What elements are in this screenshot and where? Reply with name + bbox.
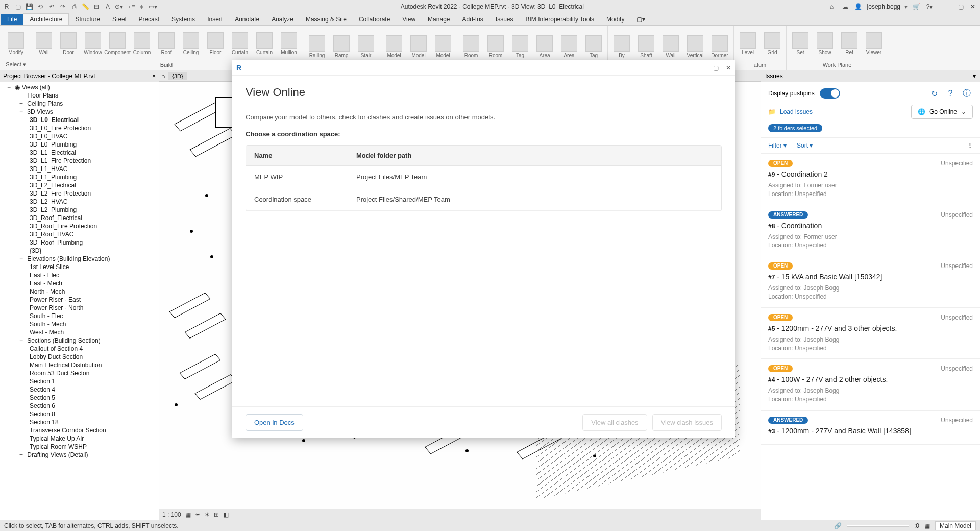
- status-field[interactable]: [847, 525, 909, 527]
- tool-grid[interactable]: Grid: [761, 32, 784, 55]
- cart-icon[interactable]: 🛒: [912, 2, 921, 11]
- tool-tag[interactable]: Tag: [508, 35, 532, 58]
- tool-wall[interactable]: Wall: [659, 35, 682, 58]
- tree-node[interactable]: Power Riser - East: [0, 296, 159, 304]
- coordination-row[interactable]: Coordination spaceProject Files/Shared/M…: [246, 188, 721, 211]
- coordination-row[interactable]: MEP WIPProject Files/MEP Team: [246, 166, 721, 188]
- tab-architecture[interactable]: Architecture: [23, 13, 69, 25]
- tree-node[interactable]: East - Elec: [0, 271, 159, 279]
- tree-node[interactable]: Section 6: [0, 402, 159, 410]
- tree-node[interactable]: East - Mech: [0, 279, 159, 287]
- help-icon[interactable]: ?▾: [925, 2, 934, 11]
- tree-node[interactable]: Transverse Corridor Section: [0, 426, 159, 435]
- tool-level[interactable]: Level: [736, 32, 760, 55]
- tree-node[interactable]: 3D_Roof_HVAC: [0, 230, 159, 238]
- tool-vertical[interactable]: Vertical: [683, 35, 707, 58]
- tab-precast[interactable]: Precast: [132, 14, 165, 25]
- text-icon[interactable]: A: [103, 2, 112, 11]
- issue-item[interactable]: OPENUnspecified#4 - 100W - 277V and 2 ot…: [761, 359, 980, 411]
- tree-node[interactable]: 3D_L0_Fire Protection: [0, 124, 159, 132]
- dialog-titlebar[interactable]: R — ▢ ✕: [232, 60, 735, 76]
- panel-menu-icon[interactable]: ▾: [973, 73, 976, 80]
- tab-modify[interactable]: Modify: [600, 14, 630, 25]
- view-tool-icon[interactable]: ⊞: [214, 511, 219, 518]
- tool-roof[interactable]: Roof: [155, 32, 178, 55]
- tree-node[interactable]: Callout of Section 4: [0, 345, 159, 353]
- tool-floor[interactable]: Floor: [204, 32, 227, 55]
- tool-ref[interactable]: Ref: [838, 32, 861, 55]
- tool-ceiling[interactable]: Ceiling: [179, 32, 203, 55]
- tree-node[interactable]: Section 8: [0, 410, 159, 418]
- tree-node[interactable]: 1st Level Slice: [0, 263, 159, 271]
- tree-node[interactable]: Section 1: [0, 377, 159, 385]
- tree-node[interactable]: West - Mech: [0, 328, 159, 336]
- issue-list[interactable]: OPENUnspecified#9 - Coordination 2Assign…: [761, 154, 980, 520]
- tree-node[interactable]: 3D_L0_Electrical: [0, 116, 159, 124]
- tab-systems[interactable]: Systems: [165, 14, 201, 25]
- tree-node[interactable]: 3D_L2_Electrical: [0, 181, 159, 189]
- tool-mullion[interactable]: Mullion: [277, 32, 301, 55]
- tool-curtain[interactable]: Curtain: [253, 32, 276, 55]
- tool-wall[interactable]: Wall: [32, 32, 56, 55]
- tool-modify[interactable]: Modify: [4, 32, 28, 55]
- tab-massing-&-site[interactable]: Massing & Site: [300, 14, 353, 25]
- tool-tag[interactable]: Tag: [582, 35, 605, 58]
- tab-structure[interactable]: Structure: [69, 14, 106, 25]
- info-icon[interactable]: ⓘ: [961, 87, 973, 100]
- tab-issues[interactable]: Issues: [489, 14, 520, 25]
- tool-area[interactable]: Area: [557, 35, 581, 58]
- dialog-maximize-button[interactable]: ▢: [713, 64, 719, 71]
- scale[interactable]: 1 : 100: [162, 511, 181, 518]
- tab-manage[interactable]: Manage: [422, 14, 456, 25]
- cloud-icon[interactable]: ☁: [841, 2, 850, 11]
- tree-node[interactable]: − 3D Views: [0, 108, 159, 116]
- tool-show[interactable]: Show: [813, 32, 837, 55]
- filter-button[interactable]: Filter ▾: [768, 142, 787, 149]
- sync-icon[interactable]: ⟲: [36, 2, 45, 11]
- minimize-button[interactable]: —: [943, 3, 953, 11]
- tool-by[interactable]: By: [610, 35, 633, 58]
- more-icon[interactable]: ⊙▾: [114, 2, 124, 11]
- measure-icon[interactable]: 📏: [81, 2, 90, 11]
- view-tool-icon[interactable]: ▦: [185, 511, 191, 518]
- tool-model[interactable]: Model: [431, 35, 455, 58]
- tree-node[interactable]: 3D_Roof_Electrical: [0, 214, 159, 222]
- model-icon[interactable]: ▦: [924, 522, 930, 529]
- tree-node[interactable]: South - Mech: [0, 320, 159, 328]
- tool-railing[interactable]: Railing: [305, 35, 329, 58]
- view-home-icon[interactable]: ⌂: [161, 73, 165, 80]
- tree-node[interactable]: + Floor Plans: [0, 91, 159, 100]
- sort-button[interactable]: Sort ▾: [797, 142, 813, 149]
- tree-node[interactable]: South - Elec: [0, 312, 159, 320]
- issue-item[interactable]: OPENUnspecified#7 - 15 kVA and Basic Wal…: [761, 256, 980, 308]
- tool-area[interactable]: Area: [533, 35, 556, 58]
- tool-set[interactable]: Set: [789, 32, 812, 55]
- maximize-button[interactable]: ▢: [955, 3, 966, 11]
- close-button[interactable]: ✕: [968, 3, 978, 11]
- section-icon[interactable]: ⎆: [137, 2, 146, 11]
- view-tool-icon[interactable]: ◧: [223, 511, 229, 518]
- tree-node[interactable]: 3D_L1_Plumbing: [0, 173, 159, 181]
- refresh-icon[interactable]: ↻: [928, 87, 940, 100]
- tree-node[interactable]: − ◉ Views (all): [0, 83, 159, 91]
- issue-item[interactable]: OPENUnspecified#5 - 1200mm - 277V and 3 …: [761, 308, 980, 359]
- print-icon[interactable]: ⎙: [69, 2, 79, 11]
- tool-door[interactable]: Door: [57, 32, 80, 55]
- tool-column[interactable]: Column: [130, 32, 154, 55]
- tree-node[interactable]: − Sections (Building Section): [0, 336, 159, 345]
- tree-node[interactable]: 3D_L2_Fire Protection: [0, 189, 159, 198]
- tree-node[interactable]: {3D}: [0, 247, 159, 255]
- issue-item[interactable]: ANSWEREDUnspecified#3 - 1200mm - 277V an…: [761, 411, 980, 445]
- view-tab[interactable]: {3D}: [168, 72, 187, 80]
- tree-node[interactable]: − Elevations (Building Elevation): [0, 255, 159, 263]
- username[interactable]: joseph.bogg: [867, 3, 900, 10]
- tab-annotate[interactable]: Annotate: [229, 14, 265, 25]
- model-label[interactable]: Main Model: [935, 521, 976, 530]
- tool-model[interactable]: Model: [407, 35, 430, 58]
- issue-item[interactable]: OPENUnspecified#9 - Coordination 2Assign…: [761, 154, 980, 205]
- dialog-minimize-button[interactable]: —: [700, 64, 706, 71]
- tree-node[interactable]: Room 53 Duct Secton: [0, 369, 159, 377]
- tree-node[interactable]: North - Mech: [0, 287, 159, 296]
- tree-node[interactable]: 3D_L2_HVAC: [0, 198, 159, 206]
- tab-steel[interactable]: Steel: [106, 14, 132, 25]
